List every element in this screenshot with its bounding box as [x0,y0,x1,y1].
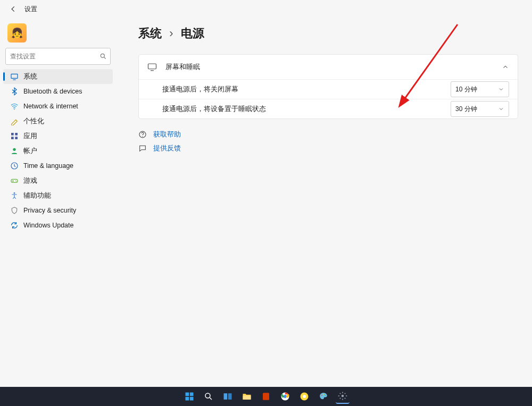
taskbar-task-view[interactable] [221,390,235,403]
svg-point-27 [284,395,287,398]
start-icon [184,391,195,402]
sidebar: 👧 系统Bluetooth & devicesNetwork & interne… [0,18,116,233]
explorer-icon [242,391,252,402]
chrome-canary-icon [300,392,309,401]
breadcrumb: 系统 › 电源 [138,26,518,41]
nav-item--[interactable]: 个性化 [3,114,113,129]
svg-rect-13 [148,64,156,69]
svg-point-33 [342,395,344,397]
nav-icon [9,132,20,140]
breadcrumb-parent[interactable]: 系统 [138,27,162,40]
back-button[interactable] [5,1,21,17]
svg-point-10 [15,180,16,181]
panel-title: 屏幕和睡眠 [165,62,502,72]
search-icon [99,53,107,60]
nav-item-windows-update[interactable]: Windows Update [3,218,113,233]
help-links: 获取帮助提供反馈 [138,129,518,154]
nav-item--[interactable]: 游戏 [3,173,113,188]
nav-icon [9,221,20,230]
duration-dropdown[interactable]: 10 分钟 [451,81,509,97]
taskbar [0,387,532,406]
nav-icon [9,147,20,155]
office-icon [261,392,271,401]
svg-rect-3 [11,133,14,136]
nav-item--[interactable]: 系统 [3,69,113,84]
nav-icon [9,206,20,215]
setting-row: 接通电源后，将关闭屏幕10 分钟 [139,79,518,99]
chevron-up-icon [502,63,509,71]
svg-point-12 [14,192,15,194]
nav-icon [9,176,20,185]
settings-icon [338,391,347,401]
svg-rect-18 [190,393,194,396]
taskbar-settings[interactable] [336,389,350,404]
nav-label: 游戏 [23,176,37,185]
header-title: 设置 [24,5,37,14]
chrome-icon [280,392,290,401]
nav-label: Time & language [23,162,73,170]
svg-rect-22 [224,393,228,400]
nav-label: Bluetooth & devices [23,88,82,95]
duration-dropdown[interactable]: 30 分钟 [451,101,509,117]
nav-item-bluetooth-devices[interactable]: Bluetooth & devices [3,84,113,99]
nav-label: Privacy & security [23,207,76,214]
nav-icon [9,87,20,96]
svg-rect-17 [186,393,189,396]
setting-label: 接通电源后，将关闭屏幕 [162,85,451,94]
nav-icon [9,191,20,200]
svg-point-32 [325,395,326,396]
svg-point-30 [321,395,322,396]
nav-label: 系统 [23,72,37,81]
nav-label: Windows Update [23,222,74,229]
breadcrumb-separator: › [169,27,173,40]
setting-row: 接通电源后，将设备置于睡眠状态30 分钟 [139,99,518,119]
nav-label: 帐户 [23,147,37,156]
nav-label: 个性化 [23,117,44,126]
main-content: 系统 › 电源 屏幕和睡眠 接通电源后，将关闭屏幕10 分钟接通电源后，将设备置… [138,26,518,156]
nav-label: 应用 [23,132,37,141]
taskbar-explorer[interactable] [240,390,254,403]
task-view-icon [222,391,233,402]
svg-point-11 [16,181,16,182]
nav-icon [9,162,20,170]
svg-point-2 [14,108,15,109]
svg-rect-25 [263,393,269,400]
link-label: 提供反馈 [153,144,181,153]
arrow-left-icon [10,5,17,13]
taskbar-paint[interactable] [317,390,330,403]
search-input[interactable] [9,52,99,61]
nav-item--[interactable]: 帐户 [3,143,113,158]
nav-icon [9,117,20,125]
taskbar-office[interactable] [259,390,273,403]
svg-rect-4 [15,133,18,136]
nav-item--[interactable]: 应用 [3,129,113,143]
feedback-link[interactable]: 提供反馈 [138,142,518,154]
link-icon [138,130,150,139]
taskbar-chrome-canary[interactable] [297,390,311,403]
nav-item-network-internet[interactable]: Network & internet [3,99,113,114]
nav-item--[interactable]: 辅助功能 [3,188,113,203]
nav-label: 辅助功能 [23,191,51,200]
panel-header[interactable]: 屏幕和睡眠 [139,55,518,79]
setting-label: 接通电源后，将设备置于睡眠状态 [162,105,451,114]
taskbar-start[interactable] [182,390,196,403]
dropdown-value: 10 分钟 [455,85,477,94]
search-box[interactable] [5,48,111,65]
link-label: 获取帮助 [153,130,181,139]
nav-label: Network & internet [23,103,78,110]
nav-item-time-language[interactable]: Time & language [3,158,113,173]
user-avatar[interactable]: 👧 [7,23,27,43]
svg-point-0 [101,54,104,57]
get-help-link[interactable]: 获取帮助 [138,129,518,140]
taskbar-chrome[interactable] [278,390,292,403]
svg-rect-23 [228,393,232,400]
chevron-down-icon [498,86,504,92]
svg-rect-6 [15,137,18,139]
breadcrumb-current: 电源 [181,27,204,40]
svg-point-29 [303,395,306,398]
link-icon [138,144,150,153]
nav-item-privacy-security[interactable]: Privacy & security [3,203,113,218]
svg-point-7 [13,148,15,151]
nav-icon [9,72,20,81]
taskbar-search[interactable] [202,390,215,403]
